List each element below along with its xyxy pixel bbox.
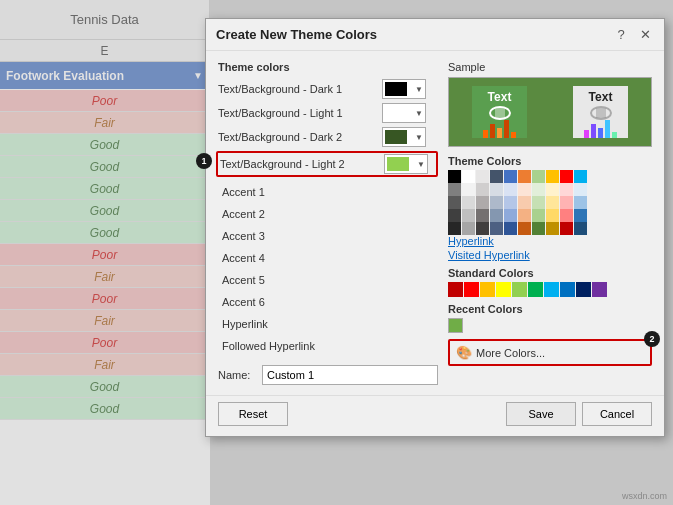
recent-color-cell[interactable] <box>448 318 463 333</box>
color-cell[interactable] <box>560 196 573 209</box>
std-color-cell[interactable] <box>448 282 463 297</box>
close-button[interactable]: ✕ <box>636 26 654 44</box>
color-cell[interactable] <box>546 183 559 196</box>
color-cell[interactable] <box>504 209 517 222</box>
std-color-cell[interactable] <box>576 282 591 297</box>
color-cell[interactable] <box>574 170 587 183</box>
color-cell[interactable] <box>546 196 559 209</box>
sample-text-2: Text <box>589 90 613 104</box>
reset-button[interactable]: Reset <box>218 402 288 426</box>
color-cell[interactable] <box>476 170 489 183</box>
std-color-cell[interactable] <box>512 282 527 297</box>
color-cell[interactable] <box>490 183 503 196</box>
color-cell[interactable] <box>490 222 503 235</box>
color-cell[interactable] <box>448 196 461 209</box>
std-color-cell[interactable] <box>496 282 511 297</box>
sample-preview: Text Text <box>448 77 652 147</box>
dialog-title: Create New Theme Colors <box>216 27 377 42</box>
std-color-cell[interactable] <box>464 282 479 297</box>
color-cell[interactable] <box>518 183 531 196</box>
color-cell[interactable] <box>532 183 545 196</box>
color-cell[interactable] <box>462 170 475 183</box>
accent-row-2[interactable]: Accent 3 <box>218 225 438 247</box>
save-button[interactable]: Save <box>506 402 576 426</box>
theme-color-row-3: Text/Background - Light 2▼1 <box>216 151 438 177</box>
more-colors-button[interactable]: 🎨 More Colors... 2 <box>448 339 652 366</box>
color-cell[interactable] <box>560 170 573 183</box>
color-cell[interactable] <box>476 209 489 222</box>
color-cell[interactable] <box>560 183 573 196</box>
color-cell[interactable] <box>504 222 517 235</box>
name-input[interactable] <box>262 365 438 385</box>
theme-row-label-0: Text/Background - Dark 1 <box>218 83 378 95</box>
theme-colors-dialog: Create New Theme Colors ? ✕ Theme colors… <box>205 18 665 437</box>
color-cell[interactable] <box>518 222 531 235</box>
color-cell[interactable] <box>546 170 559 183</box>
color-cell[interactable] <box>504 183 517 196</box>
color-cell[interactable] <box>476 196 489 209</box>
color-cell[interactable] <box>462 196 475 209</box>
color-cell[interactable] <box>504 196 517 209</box>
theme-row-label-2: Text/Background - Dark 2 <box>218 131 378 143</box>
cancel-button[interactable]: Cancel <box>582 402 652 426</box>
color-dropdown-2[interactable]: ▼ <box>382 127 426 147</box>
color-cell[interactable] <box>574 196 587 209</box>
color-swatch-0 <box>385 82 407 96</box>
color-cell[interactable] <box>574 222 587 235</box>
color-cell[interactable] <box>574 209 587 222</box>
color-cell[interactable] <box>546 222 559 235</box>
color-dropdown-0[interactable]: ▼ <box>382 79 426 99</box>
theme-row-label-3: Text/Background - Light 2 <box>220 158 380 170</box>
color-cell[interactable] <box>532 196 545 209</box>
help-button[interactable]: ? <box>612 26 630 44</box>
color-cell[interactable] <box>518 170 531 183</box>
color-cell[interactable] <box>504 170 517 183</box>
color-cell[interactable] <box>518 196 531 209</box>
accent-row-0[interactable]: Accent 1 <box>218 181 438 203</box>
color-cell[interactable] <box>448 222 461 235</box>
accent-row-6[interactable]: Hyperlink <box>218 313 438 335</box>
color-cell[interactable] <box>532 209 545 222</box>
accent-row-7[interactable]: Followed Hyperlink <box>218 335 438 357</box>
visited-hyperlink-sample[interactable]: Visited Hyperlink <box>448 249 652 261</box>
color-cell[interactable] <box>560 222 573 235</box>
theme-color-grid <box>448 170 652 235</box>
accent-row-5[interactable]: Accent 6 <box>218 291 438 313</box>
sample-text-1: Text <box>488 90 512 104</box>
color-cell[interactable] <box>532 170 545 183</box>
accent-row-3[interactable]: Accent 4 <box>218 247 438 269</box>
hyperlink-sample[interactable]: Hyperlink <box>448 235 652 247</box>
accent-row-4[interactable]: Accent 5 <box>218 269 438 291</box>
more-colors-label: More Colors... <box>476 347 545 359</box>
badge-1: 1 <box>196 153 212 169</box>
color-cell[interactable] <box>546 209 559 222</box>
std-color-cell[interactable] <box>544 282 559 297</box>
std-color-cell[interactable] <box>592 282 607 297</box>
name-label: Name: <box>218 369 256 381</box>
color-cell[interactable] <box>462 209 475 222</box>
left-panel: Theme colors Text/Background - Dark 1▼Te… <box>218 61 438 385</box>
color-dropdown-1[interactable]: ▼ <box>382 103 426 123</box>
std-color-cell[interactable] <box>528 282 543 297</box>
color-cell[interactable] <box>448 183 461 196</box>
color-cell[interactable] <box>560 209 573 222</box>
color-cell[interactable] <box>518 209 531 222</box>
color-cell[interactable] <box>448 170 461 183</box>
accent-row-1[interactable]: Accent 2 <box>218 203 438 225</box>
std-color-cell[interactable] <box>480 282 495 297</box>
color-cell[interactable] <box>476 222 489 235</box>
color-cell[interactable] <box>448 209 461 222</box>
dropdown-arrow-icon-0: ▼ <box>415 85 423 94</box>
color-swatch-2 <box>385 130 407 144</box>
color-cell[interactable] <box>490 196 503 209</box>
color-cell[interactable] <box>462 222 475 235</box>
color-cell[interactable] <box>462 183 475 196</box>
dropdown-arrow-icon-2: ▼ <box>415 133 423 142</box>
color-cell[interactable] <box>476 183 489 196</box>
color-cell[interactable] <box>490 170 503 183</box>
std-color-cell[interactable] <box>560 282 575 297</box>
color-dropdown-3[interactable]: ▼ <box>384 154 428 174</box>
color-cell[interactable] <box>532 222 545 235</box>
color-cell[interactable] <box>490 209 503 222</box>
color-cell[interactable] <box>574 183 587 196</box>
